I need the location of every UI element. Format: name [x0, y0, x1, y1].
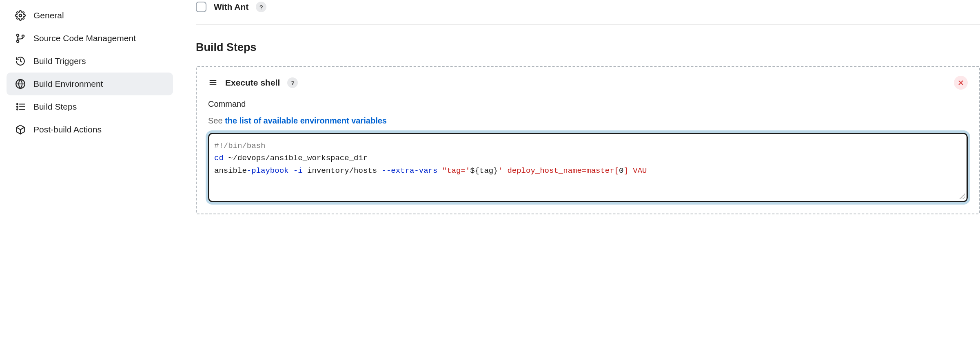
code-flag-i: -i: [288, 166, 302, 175]
package-icon: [15, 124, 26, 135]
build-steps-title: Build Steps: [196, 41, 980, 54]
main-content: With Ant ? Build Steps Execute shell ? C…: [180, 0, 980, 337]
help-icon[interactable]: ?: [287, 77, 298, 88]
code-gap: [437, 166, 442, 175]
remove-step-button[interactable]: [954, 76, 968, 90]
steps-icon: [15, 101, 26, 112]
sidebar-item-label: Source Code Management: [33, 33, 136, 43]
globe-icon: [15, 78, 26, 90]
sidebar-item-triggers[interactable]: Build Triggers: [7, 50, 173, 73]
help-icon[interactable]: ?: [256, 2, 266, 12]
code-extravars: --extra-vars: [382, 166, 438, 175]
code-str-open: "tag=': [442, 166, 470, 175]
code-shebang: #!/bin/bash: [214, 141, 265, 150]
step-header: Execute shell ?: [208, 76, 968, 90]
sidebar-item-environment[interactable]: Build Environment: [7, 73, 173, 95]
sidebar-item-general[interactable]: General: [7, 4, 173, 27]
clock-history-icon: [15, 55, 26, 67]
code-playbook: -playbook: [247, 166, 289, 175]
sidebar-item-scm[interactable]: Source Code Management: [7, 27, 173, 50]
with-ant-option[interactable]: With Ant ?: [196, 0, 980, 24]
drag-handle-icon[interactable]: [208, 79, 218, 87]
code-str-close: ': [498, 166, 503, 175]
step-title: Execute shell: [225, 78, 280, 88]
command-label: Command: [208, 99, 968, 109]
command-textarea[interactable]: #!/bin/bash cd ~/devops/ansible_workspac…: [208, 133, 968, 202]
sidebar-item-label: General: [33, 11, 64, 20]
code-bracket: ]: [623, 166, 628, 175]
sidebar-item-postbuild[interactable]: Post-build Actions: [7, 118, 173, 141]
sidebar-item-label: Post-build Actions: [33, 125, 102, 134]
gear-icon: [15, 10, 26, 21]
section-divider: [196, 24, 980, 25]
svg-point-8: [17, 109, 18, 110]
code-tagexpr: ${tag}: [470, 166, 498, 175]
svg-point-0: [19, 14, 22, 17]
with-ant-checkbox[interactable]: [196, 2, 206, 12]
svg-point-6: [17, 104, 18, 105]
sidebar: General Source Code Management Build Tri…: [0, 0, 180, 337]
code-tail: VAU: [628, 166, 647, 175]
env-vars-link[interactable]: the list of available environment variab…: [225, 116, 387, 125]
code-deploy: deploy_host_name=master[: [503, 166, 619, 175]
sidebar-item-label: Build Steps: [33, 102, 77, 112]
with-ant-label: With Ant: [214, 2, 248, 12]
code-cmd: ansible: [214, 166, 247, 175]
sidebar-item-label: Build Environment: [33, 79, 103, 89]
svg-point-7: [17, 106, 18, 108]
sidebar-item-label: Build Triggers: [33, 56, 86, 66]
hint-prefix: See: [208, 116, 225, 125]
build-step-execute-shell: Execute shell ? Command See the list of …: [196, 66, 980, 214]
git-branch-icon: [15, 33, 26, 44]
code-zero: 0: [619, 166, 623, 175]
code-cd: cd: [214, 154, 224, 163]
code-path: ~/devops/ansible_workspace_dir: [224, 154, 368, 163]
code-hosts: inventory/hosts: [303, 166, 382, 175]
sidebar-item-build-steps[interactable]: Build Steps: [7, 95, 173, 118]
resize-grip-icon[interactable]: [959, 194, 965, 199]
command-hint: See the list of available environment va…: [208, 116, 968, 126]
